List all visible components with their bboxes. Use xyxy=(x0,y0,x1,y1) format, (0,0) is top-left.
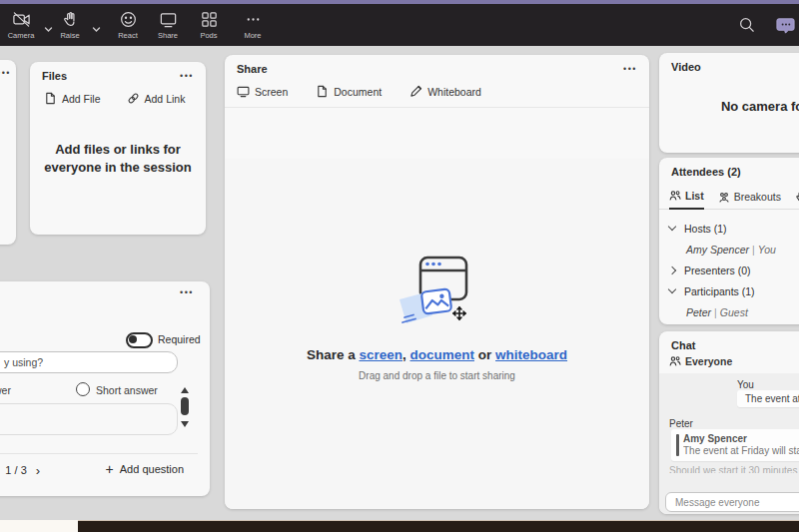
chat-messages: You The event at Friday will start at 9a… xyxy=(659,373,799,514)
share-screen-icon xyxy=(159,10,178,29)
people-icon xyxy=(669,355,681,367)
group-label: Hosts (1) xyxy=(684,223,727,235)
chat-toggle-button[interactable] xyxy=(775,15,797,37)
attendees-list: Hosts (1) Amy Spencer | You Presenters (… xyxy=(659,210,799,322)
share-toolbar: Screen Document Whiteboard xyxy=(225,77,649,108)
attendees-tab-breakouts-label: Breakouts xyxy=(734,191,781,203)
chat-message-input[interactable]: Message everyone xyxy=(665,492,799,512)
chat-sender-you: You xyxy=(737,379,754,390)
add-file-icon xyxy=(44,92,57,105)
attendee-role: You xyxy=(758,244,776,256)
react-button[interactable]: React xyxy=(106,10,150,40)
question-input[interactable]: y using? xyxy=(0,351,178,373)
meeting-window: Camera Raise React xyxy=(0,0,799,532)
attendees-tab-breakouts[interactable]: Breakouts xyxy=(718,190,781,209)
divider xyxy=(0,453,198,454)
document-icon xyxy=(316,85,329,98)
raise-hand-button[interactable]: Raise xyxy=(48,10,92,40)
share-document-label: Document xyxy=(334,86,382,98)
share-screen-label: Screen xyxy=(255,86,288,98)
add-link-button[interactable]: Add Link xyxy=(127,92,186,105)
share-drag-hint: Drag and drop a file to start sharing xyxy=(359,370,515,381)
quiz-pod: ••• Required y using? wer Short answer ‹… xyxy=(0,281,210,496)
answer-type-option1-label[interactable]: wer xyxy=(0,384,11,396)
required-toggle[interactable] xyxy=(126,332,153,348)
separator: | xyxy=(749,244,758,256)
files-pod-menu-icon[interactable]: ••• xyxy=(180,73,194,79)
no-camera-text: No camera found xyxy=(659,99,799,114)
pods-label: Pods xyxy=(200,31,217,40)
meeting-toolbar: Camera Raise React xyxy=(0,4,799,46)
chat-message-quote: Amy Spencer The event at Friday will sta… xyxy=(671,429,799,461)
bottom-strip-light xyxy=(0,520,78,532)
share-document-link[interactable]: document xyxy=(410,347,475,362)
add-question-button[interactable]: + Add question xyxy=(106,463,184,475)
short-answer-label: Short answer xyxy=(96,384,158,396)
scrollbar-thumb[interactable] xyxy=(181,397,189,415)
more-label: More xyxy=(244,31,261,40)
toggle-knob xyxy=(129,335,137,343)
required-label: Required xyxy=(158,333,201,345)
raise-hand-icon xyxy=(61,10,80,29)
chat-sender-peter: Peter xyxy=(669,418,693,429)
video-pod-title: Video xyxy=(671,61,701,73)
chevron-down-icon xyxy=(668,285,676,293)
attendee-name: Peter xyxy=(686,306,711,318)
attendees-group-presenters[interactable]: Presenters (0) xyxy=(669,260,799,280)
peek-pod-menu-icon[interactable]: ••• xyxy=(0,70,11,76)
share-label: Share xyxy=(158,31,178,40)
share-button[interactable]: Share xyxy=(146,10,190,40)
chevron-down-icon xyxy=(668,223,676,231)
raised-hand-icon xyxy=(795,191,799,203)
chat-tab-everyone-label: Everyone xyxy=(685,355,732,367)
quiz-pod-menu-icon[interactable]: ••• xyxy=(180,289,194,295)
pods-button[interactable]: Pods xyxy=(187,10,231,40)
share-pod-menu-icon[interactable]: ••• xyxy=(623,66,637,72)
pods-grid-icon xyxy=(200,10,219,29)
headline-sep: or xyxy=(474,347,495,362)
attendees-tab-list-label: List xyxy=(685,190,704,202)
scroll-down-icon[interactable] xyxy=(181,421,189,427)
short-answer-radio[interactable] xyxy=(76,382,90,396)
attendees-tab-list[interactable]: List xyxy=(669,190,704,210)
attendee-name: Amy Spencer xyxy=(686,244,749,256)
attendees-tab-status[interactable]: Status xyxy=(795,190,799,209)
pager-text: 1 / 3 xyxy=(5,464,26,476)
search-button[interactable] xyxy=(737,15,759,37)
camera-off-icon xyxy=(12,10,31,29)
quote-text: The event at Friday will start at 9am xyxy=(683,445,799,456)
attendee-role: Guest xyxy=(720,306,748,318)
add-link-icon xyxy=(127,92,140,105)
separator: | xyxy=(711,306,720,318)
share-headline: Share a screen, document or whiteboard xyxy=(307,347,567,362)
attendees-pod-title: Attendees (2) xyxy=(671,166,741,178)
chat-tab-everyone[interactable]: Everyone xyxy=(669,355,732,375)
question-pager: ‹ 1 / 3 › xyxy=(0,464,40,476)
share-screen-link[interactable]: screen xyxy=(359,347,402,362)
more-button[interactable]: More xyxy=(231,10,275,40)
chat-input-placeholder: Message everyone xyxy=(675,497,760,508)
scroll-up-icon[interactable] xyxy=(181,387,189,393)
share-whiteboard-link[interactable]: whiteboard xyxy=(495,347,567,362)
share-screen-tab[interactable]: Screen xyxy=(237,85,288,98)
chat-message-clipped: Should we start it 30 minutes earlier? xyxy=(669,465,799,473)
chat-message-you: The event at Friday will start at 9am xyxy=(737,390,799,407)
raise-options-chevron[interactable] xyxy=(92,20,102,30)
quote-bar xyxy=(676,434,679,456)
attendee-row[interactable]: Amy Spencer | You xyxy=(669,239,799,260)
attendees-group-hosts[interactable]: Hosts (1) xyxy=(669,218,799,239)
add-file-button[interactable]: Add File xyxy=(44,92,101,105)
react-smiley-icon xyxy=(119,10,138,29)
share-dropzone[interactable]: Share a screen, document or whiteboard D… xyxy=(225,159,649,509)
attendees-group-participants[interactable]: Participants (1) xyxy=(669,280,799,301)
files-empty-text: Add files or links for everyone in the s… xyxy=(30,141,206,176)
share-document-tab[interactable]: Document xyxy=(316,85,382,98)
next-question-chevron[interactable]: › xyxy=(36,465,40,476)
chevron-right-icon xyxy=(668,266,676,273)
people-icon xyxy=(669,190,681,202)
attendee-row[interactable]: Peter | Guest xyxy=(669,301,799,322)
camera-button[interactable]: Camera xyxy=(0,10,43,40)
bottom-strip-dark xyxy=(78,520,799,532)
share-whiteboard-tab[interactable]: Whiteboard xyxy=(409,85,481,98)
answer-area[interactable] xyxy=(0,403,178,435)
